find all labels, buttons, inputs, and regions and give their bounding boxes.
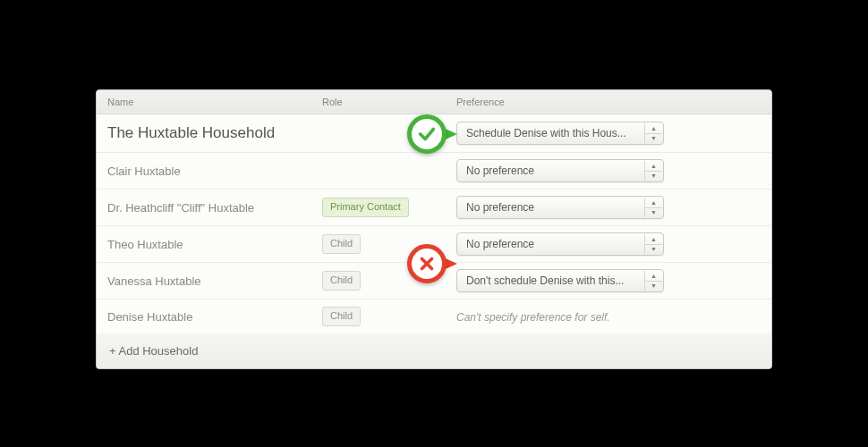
stepper-icon: ▲▼ [644, 161, 662, 181]
household-panel: Name Role Preference The Huxtable Househ… [96, 89, 772, 369]
select-value: Schedule Denise with this Hous... [466, 127, 626, 139]
preference-self-note: Can't specify preference for self. [456, 311, 610, 324]
household-preference-select[interactable]: Schedule Denise with this Hous... ▲▼ [456, 122, 664, 145]
header-role: Role [311, 90, 446, 114]
header-name: Name [97, 90, 311, 114]
select-value: No preference [466, 164, 534, 177]
member-preference-cell: Can't specify preference for self. [446, 307, 771, 327]
household-row: The Huxtable Household Schedule Denise w… [97, 114, 771, 153]
table-row: Clair Huxtable No preference ▲▼ [97, 153, 771, 190]
preference-select[interactable]: No preference ▲▼ [456, 196, 664, 219]
member-preference-cell: No preference ▲▼ [446, 156, 771, 186]
member-role: Primary Contact [311, 194, 446, 220]
table-row: Denise Huxtable Child Can't specify pref… [97, 299, 771, 333]
member-role: Child [311, 267, 446, 293]
member-role: Child [311, 231, 446, 257]
table-row: Vanessa Huxtable Child Don't schedule De… [97, 263, 771, 299]
member-role [311, 167, 446, 174]
primary-contact-badge: Primary Contact [322, 198, 409, 216]
member-name: Dr. Heathcliff "Cliff" Huxtable [97, 198, 311, 218]
member-name: Theo Huxtable [97, 234, 311, 255]
member-name: Vanessa Huxtable [97, 271, 311, 291]
member-preference-cell: No preference ▲▼ [446, 192, 771, 223]
header-preference: Preference [446, 90, 771, 114]
member-preference-cell: No preference ▲▼ [446, 229, 771, 259]
member-role: Child [311, 303, 446, 329]
household-preference-cell: Schedule Denise with this Hous... ▲▼ [446, 118, 771, 148]
table-row: Theo Huxtable Child No preference ▲▼ [97, 226, 771, 263]
stepper-icon: ▲▼ [644, 198, 662, 217]
table-row: Dr. Heathcliff "Cliff" Huxtable Primary … [97, 190, 771, 226]
add-household-label: + Add Household [109, 344, 198, 358]
child-badge: Child [322, 307, 361, 325]
preference-select[interactable]: Don't schedule Denise with this... ▲▼ [456, 269, 664, 292]
select-value: No preference [466, 201, 534, 214]
child-badge: Child [322, 271, 361, 290]
preference-select[interactable]: No preference ▲▼ [456, 232, 664, 256]
stepper-icon: ▲▼ [644, 271, 662, 291]
select-value: No preference [466, 238, 534, 250]
select-value: Don't schedule Denise with this... [466, 274, 624, 287]
stepper-icon: ▲▼ [644, 234, 662, 254]
stepper-icon: ▲▼ [644, 123, 662, 143]
household-title: The Huxtable Household [97, 117, 446, 149]
member-name: Denise Huxtable [97, 307, 311, 327]
add-household-button[interactable]: + Add Household [97, 333, 771, 368]
child-badge: Child [322, 234, 361, 253]
member-preference-cell: Don't schedule Denise with this... ▲▼ [446, 266, 771, 296]
preference-select[interactable]: No preference ▲▼ [456, 159, 664, 182]
table-header: Name Role Preference [97, 90, 771, 114]
member-name: Clair Huxtable [97, 161, 311, 181]
